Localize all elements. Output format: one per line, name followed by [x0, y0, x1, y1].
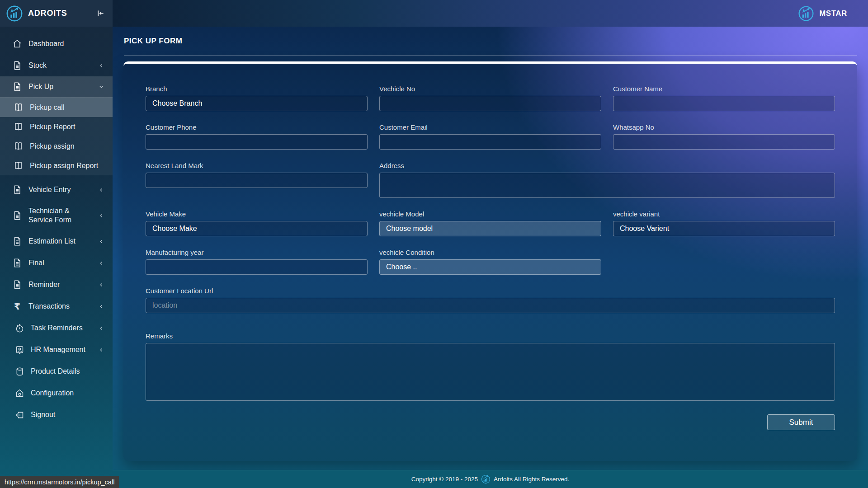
- branch-select[interactable]: Choose Branch: [146, 96, 368, 111]
- file-icon: [12, 280, 22, 290]
- field-vehicle-condition: vechicle Condition Choose ..: [379, 249, 601, 275]
- vehicle-condition-select[interactable]: Choose ..: [379, 259, 601, 275]
- field-vehicle-no: Vechicle No: [379, 85, 601, 111]
- sidebar-collapse-icon[interactable]: [96, 9, 105, 18]
- book-icon: [14, 103, 23, 112]
- sidebar-subitem-pickup-call[interactable]: Pickup call: [0, 98, 113, 117]
- file-icon: [12, 211, 22, 221]
- vehicle-variant-select[interactable]: Choose Varient: [613, 221, 835, 236]
- remarks-textarea[interactable]: [146, 343, 835, 401]
- vehicle-make-select[interactable]: Choose Make: [146, 221, 368, 236]
- vehicle-no-label: Vechicle No: [379, 85, 601, 93]
- chevron-left-icon: [99, 63, 104, 69]
- field-customer-location-url: Customer Location Url: [146, 287, 835, 313]
- chevron-left-icon: [99, 347, 104, 353]
- link-preview-statusbar: https://crm.mstarmotors.in/pickup_call: [0, 476, 119, 488]
- nearest-landmark-input[interactable]: [146, 173, 368, 188]
- customer-name-label: Customer Name: [613, 85, 835, 93]
- book-icon: [14, 141, 23, 151]
- customer-location-url-label: Customer Location Url: [146, 287, 835, 295]
- field-customer-email: Customer Email: [379, 123, 601, 150]
- ardoits-footer-logo-icon: [481, 474, 491, 484]
- sidebar-item-product-details[interactable]: Product Details: [0, 361, 113, 382]
- sidebar-subitem-label: Pickup assign: [30, 142, 75, 150]
- sidebar-item-signout[interactable]: Signout: [0, 404, 113, 426]
- manufacturing-year-input[interactable]: [146, 259, 368, 275]
- chevron-left-icon: [99, 325, 104, 331]
- sidebar-item-label: Estimation List: [28, 237, 92, 246]
- whatsapp-no-input[interactable]: [613, 134, 835, 150]
- sidebar-item-estimation-list[interactable]: Estimation List: [0, 230, 113, 252]
- chevron-left-icon: [99, 239, 104, 244]
- submit-button[interactable]: Submit: [767, 414, 835, 430]
- sidebar-item-label: HR Management: [31, 345, 92, 354]
- sidebar-item-label: Final: [28, 258, 92, 267]
- chevron-left-icon: [99, 304, 104, 310]
- rupee-icon: ₹: [12, 301, 22, 311]
- sidebar-item-label: Pick Up: [28, 82, 92, 91]
- main-content: PICK UP FORM Branch Choose Branch Vechic…: [113, 27, 868, 488]
- field-customer-phone: Customer Phone: [146, 123, 368, 150]
- sidebar-subitem-label: Pickup assign Report: [30, 162, 98, 170]
- vehicle-model-select[interactable]: Choose model: [379, 221, 601, 236]
- footer: Copyright © 2019 - 2025 Ardoits All Righ…: [113, 470, 868, 488]
- sidebar-item-technician-service-form[interactable]: Technician & Service Form: [0, 201, 113, 230]
- page-title-bar: PICK UP FORM: [124, 27, 857, 56]
- sidebar-item-label: Task Reminders: [31, 324, 92, 333]
- field-vehicle-variant: vechicle variant Choose Varient: [613, 210, 835, 236]
- vehicle-condition-label: vechicle Condition: [379, 249, 601, 256]
- database-icon: [15, 367, 24, 376]
- sidebar-nav: Dashboard Stock: [0, 27, 113, 426]
- alarm-icon: [15, 324, 24, 333]
- branch-label: Branch: [146, 85, 368, 93]
- field-spacer: [613, 249, 835, 275]
- sidebar-subitem-pickup-assign-report[interactable]: Pickup assign Report: [0, 156, 113, 175]
- customer-phone-input[interactable]: [146, 134, 368, 150]
- file-icon: [12, 82, 22, 92]
- field-branch: Branch Choose Branch: [146, 85, 368, 111]
- sidebar-item-stock[interactable]: Stock: [0, 55, 113, 76]
- field-nearest-landmark: Nearest Land Mark: [146, 162, 368, 198]
- field-vehicle-model: vechicle Model Choose model: [379, 210, 601, 236]
- sidebar-subitem-label: Pickup call: [30, 103, 64, 112]
- sidebar-item-pick-up[interactable]: Pick Up: [0, 76, 113, 97]
- pickup-menu-group: Pick Up Pickup call: [0, 76, 113, 175]
- signout-icon: [15, 410, 24, 420]
- sidebar-item-task-reminders[interactable]: Task Reminders: [0, 317, 113, 339]
- sidebar-item-label: Reminder: [28, 280, 92, 289]
- home-gear-icon: [15, 389, 24, 398]
- sidebar-item-vehicle-entry[interactable]: Vehicle Entry: [0, 179, 113, 201]
- home-icon: [12, 39, 22, 49]
- mstar-logo-icon: [798, 5, 814, 22]
- whatsapp-no-label: Whatsapp No: [613, 123, 835, 131]
- file-icon: [12, 258, 22, 268]
- customer-name-input[interactable]: [613, 96, 835, 111]
- address-textarea[interactable]: [379, 173, 835, 198]
- sidebar-item-transactions[interactable]: ₹ Transactions: [0, 296, 113, 317]
- sidebar-item-configuration[interactable]: Configuration: [0, 382, 113, 404]
- address-label: Address: [379, 162, 835, 169]
- customer-location-url-input[interactable]: [146, 298, 835, 313]
- vehicle-no-input[interactable]: [379, 96, 601, 111]
- field-remarks: Remarks: [146, 332, 835, 401]
- customer-phone-label: Customer Phone: [146, 123, 368, 131]
- nearest-landmark-label: Nearest Land Mark: [146, 162, 368, 169]
- sidebar-item-label: Signout: [31, 410, 104, 419]
- sidebar-item-final[interactable]: Final: [0, 252, 113, 274]
- sidebar-item-label: Stock: [28, 61, 92, 70]
- sidebar-subitem-pickup-assign[interactable]: Pickup assign: [0, 136, 113, 156]
- pickup-form: Branch Choose Branch Vechicle No Custome…: [146, 85, 835, 430]
- sidebar-item-label: Configuration: [31, 389, 104, 398]
- remarks-label: Remarks: [146, 332, 835, 340]
- adroits-logo-icon: [6, 5, 23, 22]
- customer-email-input[interactable]: [379, 134, 601, 150]
- sidebar-subitem-pickup-report[interactable]: Pickup Report: [0, 117, 113, 136]
- chevron-left-icon: [99, 260, 104, 266]
- file-icon: [12, 61, 22, 70]
- copyright-prefix: Copyright © 2019 - 2025: [411, 476, 478, 483]
- sidebar-item-hr-management[interactable]: HR Management: [0, 339, 113, 361]
- customer-email-label: Customer Email: [379, 123, 601, 131]
- sidebar-item-label: Dashboard: [28, 39, 104, 48]
- sidebar-item-reminder[interactable]: Reminder: [0, 274, 113, 296]
- sidebar-item-dashboard[interactable]: Dashboard: [0, 33, 113, 55]
